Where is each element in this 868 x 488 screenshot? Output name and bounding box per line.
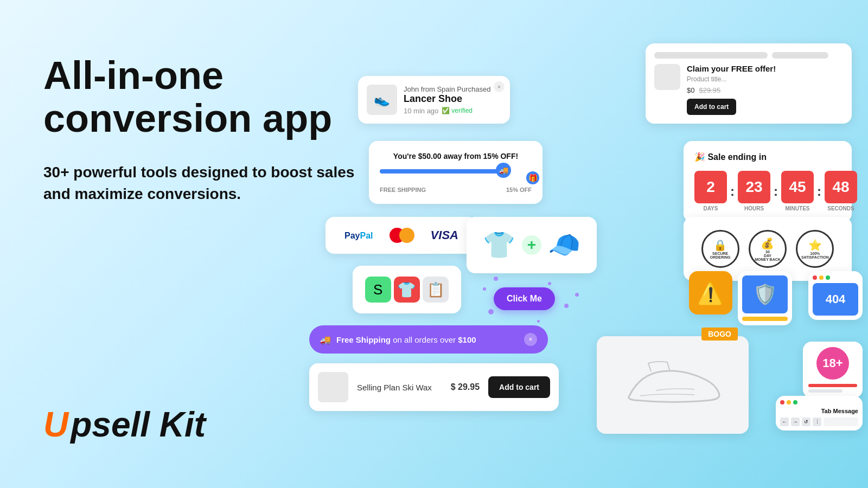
shipping-text: Free Shipping on all orders over $100 <box>336 335 519 344</box>
upsell-card: Selling Plan Ski Wax $ 29.95 Add to cart <box>309 363 559 411</box>
error-header <box>813 275 858 280</box>
tab-dot-yellow <box>787 400 791 404</box>
countdown-minutes-label: MINUTES <box>786 206 810 211</box>
notif-image: 👟 <box>367 85 397 115</box>
hero-section: All-in-one conversion app 30+ powerful t… <box>43 54 358 204</box>
mc-orange-circle <box>399 228 414 243</box>
offer-add-cart-button[interactable]: Add to cart <box>687 99 736 115</box>
truck-icon: 🚚 <box>499 166 508 175</box>
money-icon: 💰 <box>761 237 774 250</box>
shipping-mid-text: on all orders over <box>393 335 458 344</box>
trust-badge-secure: 🔒 SECURE ORDERING <box>701 230 739 268</box>
countdown-grid: 2 DAYS : 23 HOURS : 45 MINUTES : 48 SECO… <box>694 171 841 211</box>
check-icon: ✅ <box>442 107 450 114</box>
paypal-logo: PayPal <box>344 230 373 241</box>
shield-bar <box>742 317 788 321</box>
age-bar-2 <box>808 389 843 393</box>
countdown-header: 🎉 Sale ending in <box>694 152 841 162</box>
countdown-card: 🎉 Sale ending in 2 DAYS : 23 HOURS : 45 … <box>684 141 852 222</box>
progress-title: You're $50.00 away from 15% OFF! <box>380 152 532 160</box>
notif-close-button[interactable]: × <box>494 81 505 92</box>
notif-product: Lancer Shoe <box>404 93 501 105</box>
offer-bar2 <box>772 52 828 59</box>
shield-icon: 🛡️ <box>753 283 777 306</box>
upsell-thumbnail <box>318 372 348 402</box>
bundle-product-2: 🧢 <box>548 230 580 260</box>
shield-inner: 🛡️ <box>742 275 788 313</box>
notif-content: John from Spain Purchased Lancer Shoe 10… <box>404 85 501 115</box>
offer-bar1 <box>654 52 768 59</box>
app-icon-3: 📋 <box>423 277 449 303</box>
offer-title: Claim your FREE offer! <box>687 64 843 73</box>
countdown-minutes: 45 MINUTES <box>781 171 814 211</box>
countdown-sep-3: : <box>816 184 822 199</box>
tab-message-title: Tab Message <box>780 408 858 414</box>
offer-price-row: $0 $29.95 <box>687 86 843 94</box>
error404-card: 404 <box>808 271 863 320</box>
progress-thumb: 🚚 <box>496 163 511 178</box>
tab-url-input[interactable] <box>824 418 858 426</box>
progress-bar: 🚚 <box>380 169 509 174</box>
cards-area: 👟 John from Spain Purchased Lancer Shoe … <box>326 0 868 488</box>
offer-card: Claim your FREE offer! Product title... … <box>646 43 852 124</box>
countdown-sep-1: : <box>729 184 736 199</box>
notif-time: 10 min ago ✅ verified <box>404 107 501 115</box>
tab-ctrl-1[interactable]: ← <box>780 418 789 426</box>
upsell-add-cart-button[interactable]: Add to cart <box>488 376 550 398</box>
tab-header <box>780 400 858 404</box>
tab-dot-red <box>780 400 784 404</box>
subtitle: 30+ powerful tools designed to boost sal… <box>43 162 358 204</box>
offer-price-old: $29.95 <box>699 86 720 94</box>
countdown-minutes-value: 45 <box>781 171 814 203</box>
warning-icon: ⚠️ <box>697 280 724 306</box>
error404-label: 404 <box>826 292 846 306</box>
countdown-seconds-label: SECONDS <box>827 206 854 211</box>
countdown-days-label: DAYS <box>704 206 718 211</box>
shipping-close-button[interactable]: × <box>524 333 537 346</box>
label-15-off: 15% OFF <box>506 187 532 193</box>
notif-from: John from Spain Purchased <box>404 85 501 93</box>
countdown-hours-label: HOURS <box>744 206 764 211</box>
dot-red <box>813 275 817 280</box>
star-icon: ⭐ <box>808 239 822 252</box>
offer-details: Claim your FREE offer! Product title... … <box>687 64 843 115</box>
countdown-sep-2: : <box>773 184 779 199</box>
tab-ctrl-4[interactable]: ⋮ <box>813 418 821 426</box>
countdown-days-value: 2 <box>694 171 727 203</box>
click-me-badge[interactable]: Click Me <box>494 287 555 310</box>
bundle-card: 👕 + 🧢 <box>467 217 597 273</box>
trust-badge-satisfaction: ⭐ 100% SATISFACTION <box>796 230 834 268</box>
progress-track: 🚚 🎁 <box>380 169 532 182</box>
shipping-bold-2: $100 <box>458 335 476 344</box>
bundle-plus-icon: + <box>522 235 541 255</box>
notification-card: 👟 John from Spain Purchased Lancer Shoe … <box>358 76 510 124</box>
lock-icon: 🔒 <box>713 239 727 252</box>
payment-card: PayPal VISA <box>326 217 477 254</box>
paypal-icon: P <box>344 231 350 240</box>
age-gate-card: 18+ <box>803 342 863 398</box>
tab-controls: ← → ↺ ⋮ <box>780 418 858 426</box>
trust-badge-moneyback: 💰 30 DAY MONEY BACK <box>749 230 787 268</box>
bundle-product-1: 👕 <box>483 230 515 260</box>
progress-card: You're $50.00 away from 15% OFF! 🚚 🎁 FRE… <box>369 141 542 204</box>
tab-dot-green <box>793 400 797 404</box>
age-circle: 18+ <box>816 347 849 380</box>
notif-verified: ✅ verified <box>442 107 473 114</box>
shoe-sketch <box>618 358 727 412</box>
logo-text: psell Kit <box>71 404 206 445</box>
countdown-seconds: 48 SECONDS <box>825 171 857 211</box>
bogo-badge: BOGO <box>701 328 738 341</box>
tab-ctrl-2[interactable]: → <box>791 418 800 426</box>
countdown-days: 2 DAYS <box>694 171 727 211</box>
offer-thumbnail <box>654 64 680 90</box>
main-title: All-in-one conversion app <box>43 54 358 140</box>
countdown-hours: 23 HOURS <box>738 171 770 211</box>
countdown-seconds-value: 48 <box>825 171 857 203</box>
shoe-card: BOGO <box>597 336 749 434</box>
shipping-bold-1: Free Shipping <box>336 335 391 344</box>
tab-ctrl-3[interactable]: ↺ <box>802 418 810 426</box>
error404-body: 404 <box>813 283 858 316</box>
progress-labels: FREE SHIPPING 15% OFF <box>380 187 532 193</box>
dot-yellow <box>819 275 824 280</box>
dot-green <box>826 275 830 280</box>
